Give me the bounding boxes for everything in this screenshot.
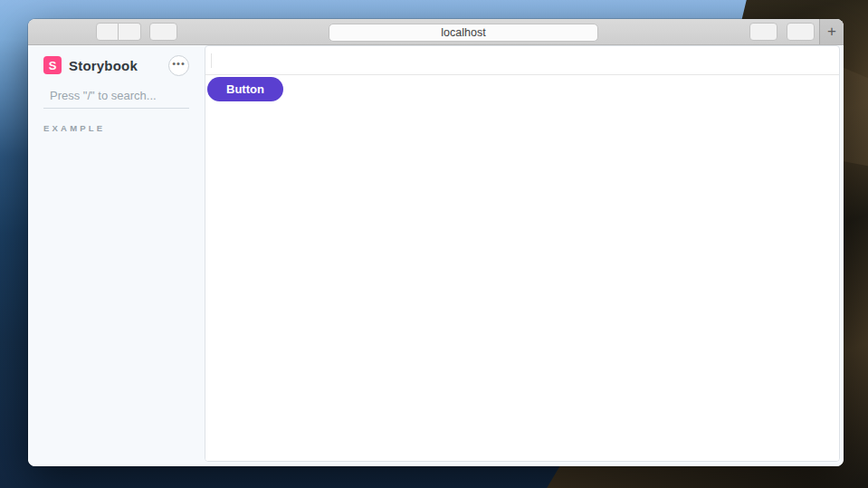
search-placeholder: Press "/" to search... — [50, 89, 157, 102]
nav-buttons — [96, 23, 141, 41]
story-canvas: Button — [205, 75, 839, 461]
back-button[interactable] — [96, 23, 119, 41]
storybook-sidebar: S Storybook ••• Press "/" to search... E… — [28, 45, 205, 466]
sidebar-toggle-button[interactable] — [149, 23, 177, 41]
tab-overview-button[interactable] — [787, 23, 815, 41]
address-bar[interactable]: localhost — [329, 24, 598, 42]
sidebar-menu-button[interactable]: ••• — [168, 55, 189, 76]
storybook-app: S Storybook ••• Press "/" to search... E… — [28, 45, 844, 466]
forward-button[interactable] — [119, 23, 141, 41]
browser-share-button[interactable] — [749, 23, 777, 41]
plus-icon: + — [827, 23, 836, 41]
safari-window: localhost + S Storybook ••• Press "/" to… — [28, 19, 844, 466]
browser-toolbar: localhost + — [28, 19, 844, 45]
canvas-toolbar — [205, 46, 839, 75]
storybook-logo[interactable]: S — [43, 56, 62, 74]
minimize-window-button[interactable] — [62, 27, 73, 38]
toolbar-divider — [211, 53, 212, 68]
story-primary-button[interactable]: Button — [207, 77, 283, 101]
brand-row: S Storybook ••• — [28, 54, 205, 76]
zoom-window-button[interactable] — [81, 27, 91, 38]
traffic-lights — [44, 27, 91, 38]
brand-title: Storybook — [69, 58, 168, 73]
preview-panel: Button — [205, 45, 840, 462]
section-label-example: EXAMPLE — [28, 120, 205, 136]
search-field[interactable]: Press "/" to search... — [43, 89, 189, 109]
close-window-button[interactable] — [44, 27, 55, 38]
url-text: localhost — [441, 26, 485, 39]
new-tab-button[interactable]: + — [819, 19, 844, 44]
